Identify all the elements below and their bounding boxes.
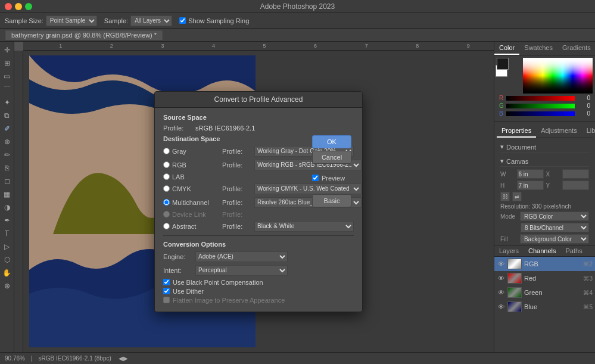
tab-layers[interactable]: Layers [494, 245, 524, 256]
swap-wh-button[interactable]: ⇄ [512, 192, 522, 201]
crop-tool[interactable]: ⧉ [1, 110, 13, 122]
eye-red[interactable]: 👁 [497, 274, 505, 282]
path-select-tool[interactable]: ▷ [1, 241, 13, 253]
constrain-prop-button[interactable]: ⛓ [500, 192, 510, 201]
zoom-tool[interactable]: ⊕ [1, 280, 13, 292]
sample-size-label: Sample Size: [5, 17, 43, 24]
eye-blue[interactable]: 👁 [497, 303, 505, 311]
clone-stamp-tool[interactable]: ⎘ [1, 162, 13, 174]
g-slider[interactable] [506, 104, 575, 108]
b-slider[interactable] [506, 111, 575, 116]
pen-tool[interactable]: ✒ [1, 214, 13, 226]
magic-wand-tool[interactable]: ✦ [1, 97, 13, 108]
intent-select[interactable]: Perceptual [195, 265, 288, 276]
dodge-tool[interactable]: ◑ [1, 201, 13, 213]
shape-tool[interactable]: ⬡ [1, 254, 13, 266]
depth-select[interactable]: 8 Bits/Channel [521, 223, 589, 232]
tab-swatches[interactable]: Swatches [519, 42, 557, 55]
eye-green[interactable]: 👁 [497, 288, 505, 297]
tab-channels[interactable]: Channels [524, 245, 560, 256]
eye-rgb[interactable]: 👁 [497, 260, 505, 268]
move-tool[interactable]: ✛ [1, 44, 13, 56]
minimize-button[interactable] [15, 3, 22, 10]
ruler-mark-9: 9 [443, 43, 494, 49]
dialog-overlay: Convert to Profile Advanced OK Cancel Pr… [23, 51, 494, 352]
sample-size-select[interactable]: Point Sample [46, 15, 97, 26]
tab-paths[interactable]: Paths [561, 245, 587, 256]
engine-select[interactable]: Adobe (ACE) [195, 251, 288, 262]
g-value: 0 [576, 102, 590, 109]
basic-button[interactable]: Basic [312, 194, 351, 207]
canvas-content[interactable]: Convert to Profile Advanced OK Cancel Pr… [23, 51, 494, 352]
ok-button[interactable]: OK [312, 135, 351, 148]
rgb-radio[interactable] [163, 161, 170, 168]
convert-profile-dialog: Convert to Profile Advanced OK Cancel Pr… [154, 91, 363, 312]
brush-tool[interactable]: ✏ [1, 149, 13, 161]
w-label: W [500, 171, 515, 178]
lasso-tool[interactable]: ⌒ [1, 83, 13, 95]
dither-checkbox[interactable] [163, 288, 170, 294]
black-point-checkbox[interactable] [163, 279, 170, 285]
gray-radio[interactable] [163, 148, 170, 154]
w-input[interactable] [517, 169, 544, 179]
sample-select[interactable]: All Layers [130, 15, 172, 26]
abstract-row: Abstract Profile: Black & White [163, 221, 354, 232]
color-spectrum[interactable] [523, 58, 593, 94]
window-controls[interactable] [5, 3, 32, 10]
cmyk-radio[interactable] [163, 185, 170, 192]
hand-tool[interactable]: ✋ [1, 267, 13, 279]
channel-rgb-shortcut: ⌘2 [583, 261, 593, 267]
artboard-tool[interactable]: ⊞ [1, 57, 13, 69]
thumb-blue [507, 301, 522, 312]
spot-heal-tool[interactable]: ⊕ [1, 136, 13, 148]
eyedropper-tool[interactable]: ✐ [1, 123, 13, 135]
type-tool[interactable]: T [1, 228, 13, 239]
abstract-radio[interactable] [163, 223, 170, 229]
canvas-area: 1 2 3 4 5 6 7 8 9 [14, 42, 494, 352]
properties-panel: Properties Adjustments Libraries ▾ Docum… [494, 122, 595, 245]
channel-rgb[interactable]: 👁 RGB ⌘2 [494, 257, 595, 271]
channel-green[interactable]: 👁 Green ⌘4 [494, 285, 595, 300]
multichannel-label: Multichannel [172, 199, 220, 206]
tab-gradients[interactable]: Gradients [557, 42, 595, 55]
x-input[interactable] [562, 169, 589, 179]
close-button[interactable] [5, 3, 12, 10]
gray-label: Gray [172, 148, 220, 155]
eraser-tool[interactable]: ◻ [1, 175, 13, 187]
ruler-mark-8: 8 [392, 43, 443, 49]
channel-red[interactable]: 👁 Red ⌘3 [494, 271, 595, 285]
lab-radio[interactable] [163, 173, 170, 180]
cancel-button[interactable]: Cancel [312, 151, 351, 164]
select-rect-tool[interactable]: ▭ [1, 70, 13, 82]
channel-blue[interactable]: 👁 Blue ⌘5 [494, 300, 595, 314]
preview-checkbox[interactable] [312, 175, 319, 181]
mode-select[interactable]: RGB Color [520, 211, 589, 221]
tab-color[interactable]: Color [494, 42, 519, 55]
profile-label-rgb: Profile: [222, 161, 252, 169]
dialog-body: OK Cancel Preview Basic S [155, 108, 362, 312]
show-sampling-ring-checkbox[interactable] [179, 17, 186, 24]
multichannel-radio[interactable] [163, 199, 170, 206]
r-slider[interactable] [506, 96, 575, 101]
tab-libraries[interactable]: Libraries [582, 125, 595, 138]
source-profile-row: Profile: sRGB IEC61966-2.1 [163, 125, 354, 132]
zoom-level: 90.76% [5, 355, 25, 362]
abstract-radio-group: Abstract [163, 223, 220, 230]
maximize-button[interactable] [25, 3, 32, 10]
ruler-mark-7: 7 [341, 43, 392, 49]
device-link-radio-group: Device Link [163, 211, 220, 218]
y-input[interactable] [562, 181, 589, 190]
ruler-mark-5: 5 [239, 43, 290, 49]
document-tab[interactable]: bathymetry grain.psd @ 90.8% (RGB/8/Prev… [5, 30, 163, 40]
tab-adjustments[interactable]: Adjustments [536, 125, 582, 138]
profile-label-gray: Profile: [222, 148, 252, 155]
engine-label: Engine: [163, 253, 193, 260]
gradient-tool[interactable]: ▦ [1, 188, 13, 200]
foreground-color-swatch[interactable] [497, 58, 509, 70]
tab-properties[interactable]: Properties [497, 125, 536, 138]
abstract-profile-select[interactable]: Black & White [254, 221, 354, 232]
b-label: B [499, 110, 505, 117]
fill-select[interactable]: Background Color [520, 234, 589, 244]
h-input[interactable] [517, 181, 544, 190]
x-label: X [546, 171, 560, 178]
